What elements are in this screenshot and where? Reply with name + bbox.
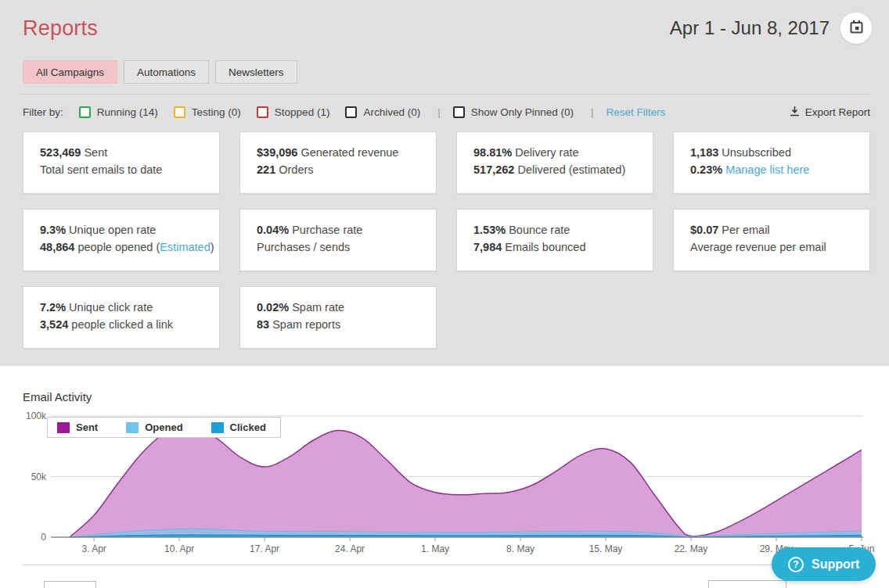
stat-value: $0.07 xyxy=(690,224,718,236)
stat-card-generated-revenue: $39,096 Generated revenue 221 Orders xyxy=(239,131,437,194)
stat-value: 1.53% xyxy=(473,224,506,236)
stat-sub-value: 7,984 xyxy=(473,241,502,253)
stat-card-spam-rate: 0.02% Spam rate 83 Spam reports xyxy=(239,286,437,349)
stat-card-bounce-rate: 1.53% Bounce rate 7,984 Emails bounced xyxy=(456,209,653,271)
stat-sub-value: 83 xyxy=(257,318,269,331)
legend-item-sent[interactable]: Sent xyxy=(57,421,98,433)
stat-sub-text: Orders xyxy=(279,163,313,176)
testing-checkbox[interactable] xyxy=(174,106,185,118)
archived-label: Archived (0) xyxy=(363,106,420,118)
reset-filters-link[interactable]: Reset Filters xyxy=(606,106,666,118)
email-activity-section: Email Activity 100k50k03. Apr10. Apr17. … xyxy=(0,366,889,588)
filter-stopped[interactable]: Stopped (1) xyxy=(257,106,330,118)
stat-label: Purchase rate xyxy=(292,224,362,236)
stat-value: 1,183 xyxy=(690,146,718,159)
page-title: Reports xyxy=(23,16,98,41)
separator: | xyxy=(437,106,441,118)
stat-card-unique-click-rate: 7.2% Unique click rate 3,524 people clic… xyxy=(23,286,220,349)
svg-text:50k: 50k xyxy=(31,471,47,482)
chart-legend: Sent Opened Clicked xyxy=(47,417,281,438)
stat-label: Unique open rate xyxy=(69,224,156,236)
stat-label: Delivery rate xyxy=(515,146,578,159)
stat-card-sent: 523,469 Sent Total sent emails to date xyxy=(23,131,220,194)
filter-running[interactable]: Running (14) xyxy=(79,106,158,118)
filter-bar: Filter by: Running (14) Testing (0) Stop… xyxy=(23,106,870,119)
report-tabs: All Campaigns Automations Newsletters xyxy=(23,60,889,84)
legend-item-clicked[interactable]: Clicked xyxy=(211,421,266,433)
stat-card-unsubscribed: 1,183 Unsubscribed 0.23% Manage list her… xyxy=(673,131,870,194)
range-start-input[interactable] xyxy=(44,581,96,588)
stat-sub-value: 48,864 xyxy=(40,241,74,253)
stat-sub-text: Spam reports xyxy=(272,318,340,331)
stat-card-purchase-rate: 0.04% Purchase rate Purchases / sends xyxy=(239,209,437,271)
filter-by-label: Filter by: xyxy=(23,106,63,118)
archived-checkbox[interactable] xyxy=(345,106,357,118)
opened-swatch-icon xyxy=(126,422,139,433)
tab-newsletters[interactable]: Newsletters xyxy=(215,60,297,84)
support-button[interactable]: ? Support xyxy=(772,547,876,581)
stat-sub-text: Purchases / sends xyxy=(257,241,350,253)
divider xyxy=(23,565,866,565)
stat-sub-value: 0.23% xyxy=(690,163,722,176)
separator: | xyxy=(591,106,594,118)
legend-label: Clicked xyxy=(230,421,266,433)
stopped-checkbox[interactable] xyxy=(257,106,268,118)
stat-value: 523,469 xyxy=(40,146,81,159)
date-range-group: Apr 1 - Jun 8, 2017 xyxy=(670,13,872,44)
divider xyxy=(20,94,870,95)
page-header: Reports Apr 1 - Jun 8, 2017 xyxy=(0,0,889,44)
stat-value: 98.81% xyxy=(473,146,512,159)
svg-text:17. Apr: 17. Apr xyxy=(250,543,279,554)
support-label: Support xyxy=(812,558,859,572)
manage-list-link[interactable]: Manage list here xyxy=(725,163,809,176)
stat-card-per-email: $0.07 Per email Average revenue per emai… xyxy=(673,209,870,271)
stat-label: Bounce rate xyxy=(509,224,570,236)
stat-sub-value: 3,524 xyxy=(40,318,68,331)
stat-value: $39,096 xyxy=(257,146,297,159)
calendar-icon xyxy=(849,20,864,37)
export-report-label: Export Report xyxy=(805,106,870,118)
stat-label: Unsubscribed xyxy=(722,146,791,159)
chart-title: Email Activity xyxy=(23,390,92,403)
stat-sub-text: Average revenue per email xyxy=(690,241,826,253)
svg-text:8. May: 8. May xyxy=(506,543,534,554)
stat-card-unique-open-rate: 9.3% Unique open rate 48,864 people open… xyxy=(23,209,220,271)
download-icon xyxy=(790,106,800,119)
stat-value: 9.3% xyxy=(40,224,66,236)
svg-text:100k: 100k xyxy=(26,411,47,421)
stat-card-delivery-rate: 98.81% Delivery rate 517,262 Delivered (… xyxy=(456,131,653,194)
date-range-display[interactable]: Apr 1 - Jun 8, 2017 xyxy=(670,17,830,39)
stat-label: Sent xyxy=(84,146,107,159)
stat-sub-suffix: ) xyxy=(211,241,214,253)
legend-item-opened[interactable]: Opened xyxy=(126,421,182,433)
stopped-label: Stopped (1) xyxy=(275,106,330,118)
estimated-link[interactable]: Estimated xyxy=(160,241,210,253)
svg-text:0: 0 xyxy=(41,532,46,543)
stat-value: 0.02% xyxy=(257,301,289,314)
export-report-button[interactable]: Export Report xyxy=(790,106,870,119)
pinned-checkbox[interactable] xyxy=(453,106,465,118)
range-end-input[interactable] xyxy=(708,580,786,588)
calendar-button[interactable] xyxy=(840,13,872,44)
filter-show-only-pinned[interactable]: Show Only Pinned (0) xyxy=(453,106,574,118)
filter-archived[interactable]: Archived (0) xyxy=(345,106,420,118)
stats-grid: 523,469 Sent Total sent emails to date $… xyxy=(23,131,870,349)
svg-text:15. May: 15. May xyxy=(589,543,623,554)
stat-sub-value: 517,262 xyxy=(473,163,514,176)
sent-swatch-icon xyxy=(57,422,70,433)
svg-text:1. May: 1. May xyxy=(421,543,449,554)
clicked-swatch-icon xyxy=(211,422,224,433)
stat-sub-text: Delivered (estimated) xyxy=(517,163,625,176)
filter-testing[interactable]: Testing (0) xyxy=(174,106,241,118)
question-mark-icon: ? xyxy=(788,557,804,572)
stat-label: Unique click rate xyxy=(69,301,153,314)
pinned-label: Show Only Pinned (0) xyxy=(471,106,574,118)
running-checkbox[interactable] xyxy=(79,106,91,118)
tab-all-campaigns[interactable]: All Campaigns xyxy=(23,60,117,84)
svg-text:24. Apr: 24. Apr xyxy=(335,543,365,554)
tab-automations[interactable]: Automations xyxy=(124,60,209,84)
stat-sub-text: Emails bounced xyxy=(505,241,585,253)
svg-text:3. Apr: 3. Apr xyxy=(81,543,106,554)
stat-label: Per email xyxy=(722,224,769,236)
stat-value: 7.2% xyxy=(40,301,66,314)
